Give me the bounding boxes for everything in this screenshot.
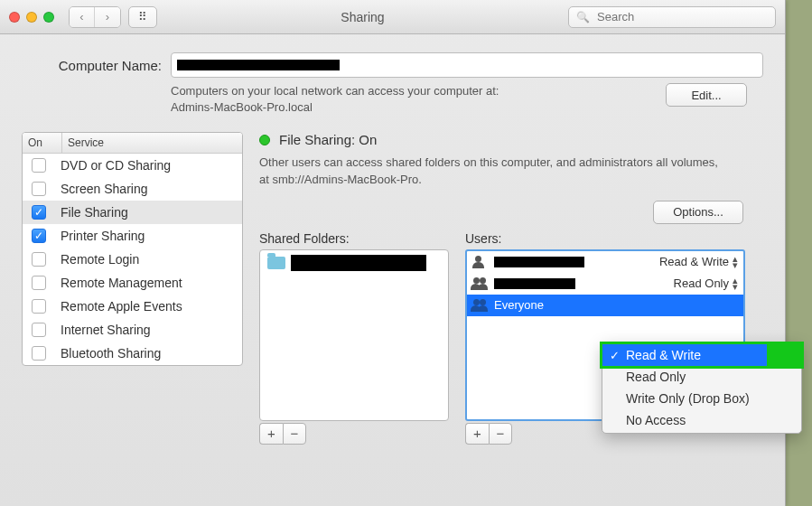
menu-item-label: Write Only (Drop Box) (626, 391, 750, 406)
service-checkbox[interactable] (32, 158, 46, 173)
status-indicator-icon (259, 135, 270, 145)
redacted-user-name (494, 278, 575, 289)
user-row[interactable]: Read Only▴▾ (467, 273, 743, 295)
close-button[interactable] (9, 12, 20, 23)
status-label: File Sharing: On (279, 132, 377, 147)
edit-button[interactable]: Edit... (666, 83, 747, 107)
menu-item-label: No Access (626, 413, 686, 427)
users-label: Users: (465, 231, 501, 246)
forward-button[interactable]: › (95, 7, 120, 27)
service-checkbox[interactable] (32, 299, 46, 314)
titlebar: ‹ › ⠿ Sharing 🔍 (0, 0, 785, 34)
service-row[interactable]: Internet Sharing (23, 318, 242, 342)
service-checkbox[interactable]: ✓ (32, 205, 46, 220)
computer-name-row: Computer Name: (22, 52, 763, 78)
stepper-icon: ▴▾ (733, 277, 738, 289)
service-label: Bluetooth Sharing (61, 346, 161, 361)
services-header: On Service (23, 133, 242, 154)
redacted-name (177, 60, 340, 70)
services-list: On Service DVD or CD SharingScreen Shari… (22, 132, 243, 366)
service-label: Remote Management (61, 276, 182, 290)
search-field[interactable]: 🔍 (568, 6, 776, 28)
service-checkbox[interactable] (32, 346, 46, 361)
zoom-button[interactable] (43, 12, 54, 23)
user-name-label: Everyone (494, 298, 544, 312)
service-row[interactable]: Remote Apple Events (23, 295, 242, 318)
chevron-right-icon: › (106, 10, 109, 23)
permission-selector[interactable]: Read & Write▴▾ (659, 255, 738, 268)
services-body: DVD or CD SharingScreen Sharing✓File Sha… (23, 154, 242, 365)
show-all-button[interactable]: ⠿ (128, 6, 157, 28)
service-row[interactable]: Screen Sharing (23, 177, 242, 201)
permission-label: Read & Write (659, 255, 729, 268)
shared-folder-item[interactable] (262, 252, 446, 274)
check-icon: ✓ (610, 349, 620, 362)
service-row[interactable]: Remote Login (23, 248, 242, 271)
services-header-on: On (23, 133, 62, 153)
nav-back-forward: ‹ › (69, 6, 121, 28)
service-label: Printer Sharing (61, 229, 145, 243)
service-row[interactable]: ✓Printer Sharing (23, 224, 242, 248)
add-folder-button[interactable]: + (259, 423, 283, 445)
menu-item-label: Read & Write (602, 344, 767, 366)
menu-item-label: Read Only (626, 370, 686, 384)
back-button[interactable]: ‹ (70, 7, 95, 27)
user-row[interactable]: Everyone (467, 295, 743, 316)
service-row[interactable]: Bluetooth Sharing (23, 342, 242, 365)
service-row[interactable]: Remote Management (23, 271, 242, 295)
status-description: Other users can access shared folders on… (259, 155, 729, 187)
permission-menu-item[interactable]: Read Only (602, 366, 801, 388)
service-row[interactable]: ✓File Sharing (23, 201, 242, 224)
folder-icon (267, 257, 285, 269)
user-icon (472, 256, 489, 268)
window-title: Sharing (164, 10, 561, 24)
service-checkbox[interactable] (32, 252, 46, 267)
computer-name-subtext: Computers on your local network can acce… (171, 83, 648, 116)
search-icon: 🔍 (576, 11, 590, 23)
shared-folders-label: Shared Folders: (259, 231, 449, 246)
user-name-cell (472, 277, 674, 290)
shared-folders-add-remove: + − (259, 423, 449, 445)
permission-menu-item[interactable]: Write Only (Drop Box) (602, 388, 801, 409)
search-input[interactable] (595, 9, 768, 24)
users-pair-icon (472, 277, 489, 290)
user-name-cell (472, 256, 659, 268)
remove-user-button[interactable]: − (489, 423, 512, 445)
grid-icon: ⠿ (138, 10, 147, 23)
chevron-left-icon: ‹ (79, 10, 83, 23)
shared-folders-column: + − (259, 249, 449, 445)
options-button[interactable]: Options... (653, 201, 743, 224)
service-label: Remote Apple Events (61, 299, 182, 314)
service-label: Screen Sharing (61, 182, 148, 196)
shared-folders-panel[interactable] (259, 249, 449, 421)
permission-menu-item[interactable]: Read & Write✓ (600, 342, 804, 369)
permission-label: Read Only (674, 276, 729, 290)
redacted-user-name (494, 257, 584, 267)
service-checkbox[interactable] (32, 182, 46, 196)
permission-menu-item[interactable]: No Access (602, 409, 801, 431)
add-user-button[interactable]: + (465, 423, 489, 445)
status-row: File Sharing: On (259, 132, 763, 147)
service-label: Internet Sharing (61, 323, 151, 337)
service-label: File Sharing (61, 205, 128, 220)
computer-name-label: Computer Name: (22, 58, 162, 73)
service-checkbox[interactable] (32, 323, 46, 337)
service-row[interactable]: DVD or CD Sharing (23, 154, 242, 177)
service-label: DVD or CD Sharing (61, 158, 171, 173)
services-header-service: Service (62, 133, 242, 153)
users-pair-icon (472, 299, 489, 312)
computer-name-subrow: Computers on your local network can acce… (22, 83, 763, 116)
service-label: Remote Login (61, 252, 139, 267)
stepper-icon: ▴▾ (733, 256, 738, 267)
remove-folder-button[interactable]: − (283, 423, 306, 445)
user-row[interactable]: Read & Write▴▾ (467, 251, 743, 273)
minimize-button[interactable] (26, 12, 37, 23)
computer-name-input[interactable] (171, 52, 763, 78)
permission-selector[interactable]: Read Only▴▾ (674, 276, 738, 290)
traffic-lights (9, 12, 54, 23)
section-labels: Shared Folders: Users: (259, 231, 763, 246)
permission-menu: Read & Write✓Read OnlyWrite Only (Drop B… (602, 342, 802, 434)
service-checkbox[interactable]: ✓ (32, 229, 46, 243)
service-checkbox[interactable] (32, 276, 46, 290)
redacted-folder-name (291, 255, 426, 271)
